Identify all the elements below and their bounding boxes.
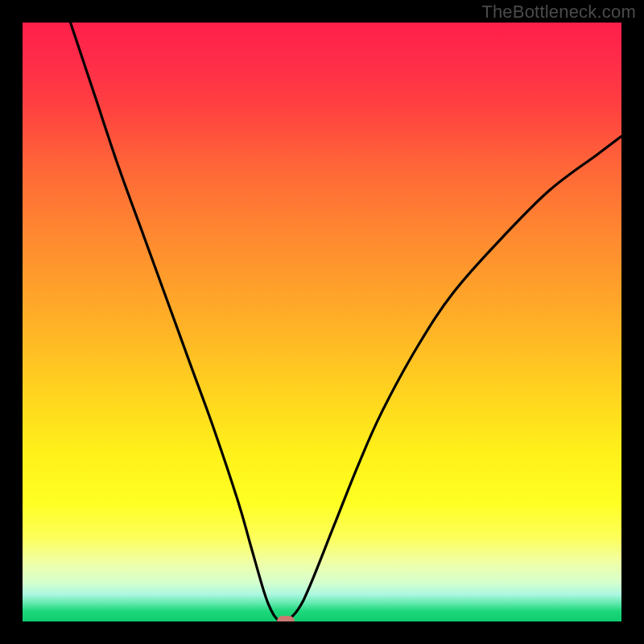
optimum-marker (277, 616, 295, 621)
curve-svg (23, 23, 621, 621)
watermark-text: TheBottleneck.com (481, 2, 636, 23)
plot-area (23, 23, 621, 621)
bottleneck-curve (71, 23, 621, 621)
outer-frame: TheBottleneck.com (0, 0, 644, 644)
